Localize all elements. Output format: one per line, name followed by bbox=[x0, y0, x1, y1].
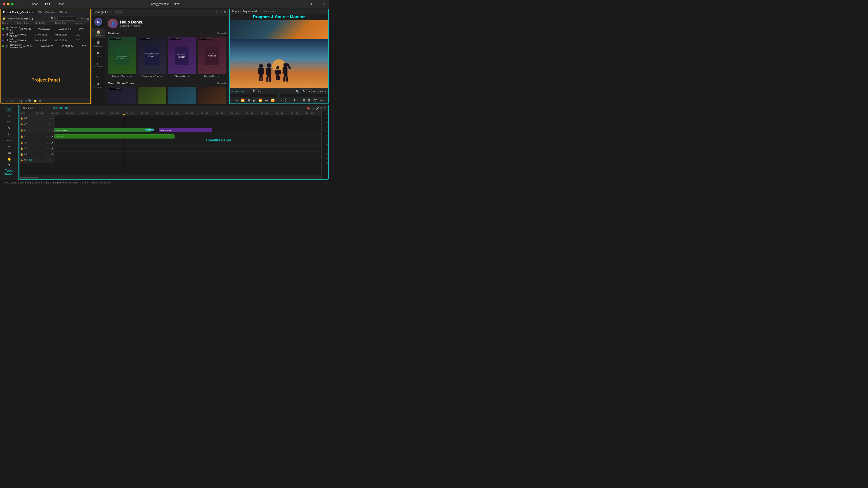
zoom-select[interactable]: Full bbox=[301, 90, 311, 93]
v1-eye-icon[interactable]: 👁 bbox=[49, 129, 51, 131]
a1-mic-icon[interactable]: 🎤 bbox=[51, 135, 53, 138]
play-stop-icon[interactable]: ⏹ bbox=[247, 98, 251, 103]
edit-nav-item[interactable]: Edit bbox=[44, 2, 51, 6]
featured-card-3[interactable]: COLLECTION HIP HOPFLASHES Hip Hop Flashe… bbox=[198, 37, 226, 78]
sidebar-item-texts[interactable]: T Texts bbox=[92, 70, 105, 79]
play-icon[interactable]: ▶ bbox=[252, 98, 256, 103]
program-timeline-bar[interactable] bbox=[230, 94, 328, 97]
scroll-thumb[interactable] bbox=[20, 177, 38, 178]
text-tool[interactable]: T bbox=[6, 163, 12, 168]
spotlight-smiley-icon[interactable]: ☺ bbox=[216, 11, 219, 14]
spotlight-menu-icon[interactable]: ≡ bbox=[110, 11, 112, 14]
a2-lock-icon[interactable]: 🔒 bbox=[20, 141, 23, 144]
mv-card-3[interactable] bbox=[198, 87, 226, 104]
a4-m-btn[interactable]: M bbox=[46, 153, 48, 156]
project-search-box[interactable]: 🔍 bbox=[49, 16, 76, 21]
step-back-icon[interactable]: ⏮ bbox=[234, 98, 239, 103]
music-video-show-all[interactable]: Show All bbox=[217, 82, 226, 85]
expand-icon[interactable]: ⊞ bbox=[303, 2, 307, 6]
export-frame-icon[interactable]: 📷 bbox=[313, 98, 318, 103]
v2-lock-icon[interactable]: 🔒 bbox=[20, 123, 23, 125]
file-row-1[interactable]: 🎞 Video 01.mp4 25,00 fps 03:04:52:11 03:… bbox=[1, 32, 90, 37]
add-marker-tool[interactable]: 🔖 bbox=[307, 106, 310, 110]
in-point-icon[interactable]: ⟨ bbox=[281, 98, 283, 103]
wrench-tool[interactable]: ⊞ bbox=[324, 106, 327, 110]
a3-content[interactable] bbox=[55, 146, 321, 151]
spotlight-back-button[interactable]: ‹ bbox=[115, 10, 119, 14]
a2-s-btn[interactable]: S bbox=[49, 142, 50, 144]
info-icon[interactable]: ℹ bbox=[327, 182, 327, 184]
col-media-end[interactable]: Media End bbox=[55, 22, 75, 25]
sidebar-item-elements[interactable]: ◈ Elements bbox=[92, 80, 105, 90]
in-icon[interactable]: ⟨ bbox=[23, 99, 24, 103]
v1-clip2[interactable]: Video 01.mp4 bbox=[159, 128, 212, 132]
a3-lock-icon[interactable]: 🔒 bbox=[20, 147, 23, 150]
featured-show-all[interactable]: Show All bbox=[217, 32, 226, 35]
settings-icon[interactable]: ◌ bbox=[18, 99, 20, 103]
spotlight-forward-button[interactable]: › bbox=[119, 10, 123, 14]
loop-icon[interactable]: 🔁 bbox=[270, 98, 275, 103]
ripple-edit-tool[interactable]: ⟺ bbox=[6, 119, 12, 125]
a3-m-btn[interactable]: M bbox=[46, 148, 48, 150]
a4-mic-icon[interactable]: 🎤 bbox=[51, 153, 53, 156]
v3-sync-icon[interactable]: ⊸ bbox=[52, 117, 53, 120]
effect-controls-tab[interactable]: Effect Controls bbox=[36, 9, 57, 15]
v2-eye-icon[interactable]: 👁 bbox=[49, 123, 51, 125]
menu-icon[interactable]: ☰ bbox=[315, 2, 320, 6]
mv-card-2[interactable] bbox=[168, 87, 196, 104]
v2-content[interactable] bbox=[55, 121, 321, 127]
folder2-icon[interactable]: 📁 bbox=[33, 99, 37, 103]
mv-card-0[interactable]: COLLECTION bbox=[108, 87, 136, 104]
maximize-button[interactable] bbox=[11, 3, 13, 5]
featured-card-2[interactable]: COLLECTION FLASHINGLIGHTS Flashing Light… bbox=[168, 37, 196, 78]
col-frame-rate[interactable]: Frame Rate bbox=[17, 22, 35, 25]
program-header-icon[interactable]: ≡ bbox=[325, 10, 327, 13]
v3-content[interactable] bbox=[55, 116, 321, 121]
a1-lock-icon[interactable]: 🔒 bbox=[20, 135, 23, 138]
col-name[interactable]: Name bbox=[2, 22, 17, 25]
a1-s-btn[interactable]: S bbox=[49, 135, 50, 138]
trash-icon[interactable]: 🗑 bbox=[38, 99, 41, 103]
featured-card-1[interactable]: COLLECTION DOCUMENTARYFRAMES Documentary… bbox=[138, 37, 166, 78]
mv-card-1[interactable] bbox=[138, 87, 166, 104]
sidebar-item-transitions[interactable]: ⇄ Transitions bbox=[92, 60, 105, 69]
import-nav-item[interactable]: Import bbox=[29, 2, 40, 6]
track-select-tool[interactable]: ⤢ bbox=[6, 113, 12, 119]
col-media[interactable]: Media bbox=[75, 22, 89, 25]
a4-content[interactable] bbox=[55, 152, 321, 157]
v1-sync-icon[interactable]: ⊸ bbox=[52, 129, 53, 131]
step-forward-icon[interactable]: ⏭ bbox=[264, 98, 269, 103]
rolling-edit-tool[interactable]: ✥ bbox=[6, 125, 12, 131]
timeline-scroll-bar[interactable] bbox=[20, 175, 321, 179]
mix-lock-icon[interactable]: 🔒 bbox=[20, 159, 23, 161]
add-item-icon[interactable]: + bbox=[2, 99, 4, 103]
insert-icon[interactable]: ⊞ bbox=[302, 98, 306, 103]
project-tab[interactable]: Project: Family_Vacation ≡ bbox=[1, 9, 36, 15]
out-point-icon[interactable]: ⟩ bbox=[284, 98, 287, 103]
sidebar-item-home[interactable]: 🏠 Home bbox=[92, 29, 105, 38]
v3-lock-icon[interactable]: 🔒 bbox=[20, 117, 23, 120]
sequence-tab[interactable]: Sequence 01 ≡ ✕ bbox=[21, 106, 44, 110]
razor-tool[interactable]: ✂ bbox=[6, 131, 12, 137]
overwrite-icon[interactable]: ⊟ bbox=[307, 98, 311, 103]
a4-lock-icon[interactable]: 🔒 bbox=[20, 153, 23, 156]
sidebar-item-learn[interactable]: ▶ Learn bbox=[92, 49, 105, 59]
select-tool[interactable]: ↖ bbox=[6, 107, 12, 112]
a1-content[interactable]: ~~Audio~~ bbox=[55, 133, 321, 140]
a1-m-btn[interactable]: M bbox=[46, 135, 48, 138]
slip-tool[interactable]: ⟺ bbox=[6, 138, 12, 143]
keyframe-tool[interactable]: ◇ bbox=[320, 106, 322, 110]
v3-eye-icon[interactable]: 👁 bbox=[49, 117, 51, 120]
spotlight-help-icon[interactable]: ? bbox=[220, 11, 222, 14]
mix-reset-icon[interactable]: ⊸ bbox=[52, 159, 53, 161]
out-icon[interactable]: ⟩ bbox=[26, 99, 27, 103]
file-row-3[interactable]: 🎵 Background-Ambient.wav 44100 Hz 00:00;… bbox=[1, 43, 90, 49]
v1-clip1[interactable]: Video 02.mp4 bbox=[55, 128, 151, 132]
list-view-icon[interactable]: ☰ bbox=[5, 99, 8, 103]
v1-lock-icon[interactable]: 🔒 bbox=[20, 129, 23, 131]
hand-tool[interactable]: ✋ bbox=[6, 156, 12, 162]
new-folder-icon[interactable]: ⊞ bbox=[86, 17, 89, 20]
export-nav-item[interactable]: Export bbox=[55, 2, 66, 6]
icon-view-icon[interactable]: ◫ bbox=[13, 99, 16, 103]
a2-m-btn[interactable]: M bbox=[46, 142, 48, 144]
